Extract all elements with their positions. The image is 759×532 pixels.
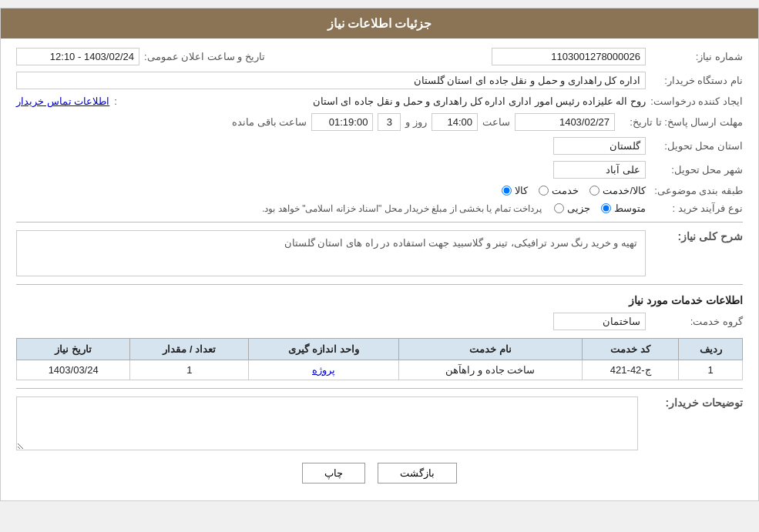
row-ostan: استان محل تحویل: گلستان xyxy=(16,137,743,155)
radio-khedmat[interactable]: خدمت xyxy=(539,185,579,196)
cell-unit[interactable]: پروژه xyxy=(249,360,398,380)
page-header: جزئیات اطلاعات نیاز xyxy=(1,8,758,38)
col-code: کد خدمت xyxy=(583,339,679,360)
sharh-value: تهیه و خرید رنگ سرد ترافیکی، تینر و گلاس… xyxy=(16,230,646,276)
shomara-label: شماره نیاز: xyxy=(650,51,743,62)
ijad-link[interactable]: اطلاعات تماس خریدار xyxy=(16,95,109,107)
radio-jozii-input[interactable] xyxy=(554,203,564,213)
tarikh-label: تاریخ و ساعت اعلان عمومی: xyxy=(144,51,265,62)
ostan-label: استان محل تحویل: xyxy=(650,140,743,152)
radio-kala-khedmat-input[interactable] xyxy=(589,186,599,196)
page-wrapper: جزئیات اطلاعات نیاز شماره نیاز: 11030012… xyxy=(0,8,759,501)
col-unit: واحد اندازه گیری xyxy=(249,339,398,360)
radio-khedmat-input[interactable] xyxy=(539,186,549,196)
row-tabaqe: طبقه بندی موضوعی: کالا/خدمت خدمت کالا xyxy=(16,185,743,196)
tarikh-value: 1403/02/24 - 12:10 xyxy=(16,48,139,65)
page-title: جزئیات اطلاعات نیاز xyxy=(327,17,432,30)
tawsihat-label: توضیحات خریدار: xyxy=(643,396,743,409)
services-table: ردیف کد خدمت نام خدمت واحد اندازه گیری ت… xyxy=(16,338,743,380)
print-button[interactable]: چاپ xyxy=(302,463,365,483)
name-dastgah-label: نام دستگاه خریدار: xyxy=(650,75,743,86)
radio-khedmat-label: خدمت xyxy=(552,185,579,196)
divider-1 xyxy=(16,222,743,223)
row-ijad: ایجاد کننده درخواست: روح اله علیزاده رئی… xyxy=(16,95,743,107)
radio-motavaset-label: متوسط xyxy=(614,202,646,214)
radio-kala[interactable]: کالا xyxy=(502,185,528,196)
radio-kala-khedmat[interactable]: کالا/خدمت xyxy=(589,185,646,196)
radio-kala-khedmat-label: کالا/خدمت xyxy=(603,185,646,196)
mohlet-label: مهلت ارسال پاسخ: تا تاریخ: xyxy=(620,116,743,128)
back-button[interactable]: بازگشت xyxy=(378,463,457,483)
ijad-value: روح اله علیزاده رئیس امور اداری اداره کل… xyxy=(125,95,646,107)
tawsihat-textarea[interactable] xyxy=(16,396,638,450)
divider-3 xyxy=(16,388,743,389)
radio-kala-label: کالا xyxy=(515,185,528,196)
shomara-value: 1103001278000026 xyxy=(492,48,646,65)
radio-kala-input[interactable] xyxy=(502,186,512,196)
buttons-row: بازگشت چاپ xyxy=(16,463,743,483)
goroh-value: ساختمان xyxy=(553,313,646,330)
row-nooe-farayand: نوع فرآیند خرید : متوسط جزیی پرداخت تمام… xyxy=(16,202,743,214)
tabaqe-radio-group: کالا/خدمت خدمت کالا xyxy=(502,185,646,196)
mohlet-saat-value: 14:00 xyxy=(432,113,478,131)
col-date: تاریخ نیاز xyxy=(17,339,130,360)
services-table-section: ردیف کد خدمت نام خدمت واحد اندازه گیری ت… xyxy=(16,338,743,380)
radio-motavaset-input[interactable] xyxy=(601,203,611,213)
ostan-value: گلستان xyxy=(553,137,646,155)
ijad-label: ایجاد کننده درخواست: xyxy=(650,95,743,107)
mohlet-date: 1403/02/27 xyxy=(515,113,615,131)
mohlet-rooz-value: 3 xyxy=(378,113,401,131)
radio-jozii-label: جزیی xyxy=(567,202,590,214)
mohlet-saat-label: ساعت xyxy=(482,116,510,128)
divider-2 xyxy=(16,284,743,285)
name-dastgah-value: اداره کل راهداری و حمل و نقل جاده ای است… xyxy=(16,72,646,89)
cell-date: 1403/03/24 xyxy=(17,360,130,380)
cell-code: ج-42-421 xyxy=(583,360,679,380)
table-row: 1 ج-42-421 ساخت جاده و راهآهن پروژه 1 14… xyxy=(17,360,743,380)
tabaqe-label: طبقه بندی موضوعی: xyxy=(650,185,743,196)
col-count: تعداد / مقدار xyxy=(130,339,249,360)
row-name-dastgah: نام دستگاه خریدار: اداره کل راهداری و حم… xyxy=(16,72,743,89)
nooe-farayand-label: نوع فرآیند خرید : xyxy=(650,202,743,214)
row-mohlet: مهلت ارسال پاسخ: تا تاریخ: 1403/02/27 سا… xyxy=(16,113,743,131)
radio-jozii[interactable]: جزیی xyxy=(554,202,590,214)
mohlet-rooz-label: روز و xyxy=(405,116,427,128)
sharh-label: شرح کلی نیاز: xyxy=(650,230,743,243)
mohlet-remaining-value: 01:19:00 xyxy=(311,113,373,131)
shahr-label: شهر محل تحویل: xyxy=(650,164,743,176)
cell-name: ساخت جاده و راهآهن xyxy=(398,360,582,380)
radio-motavaset[interactable]: متوسط xyxy=(601,202,646,214)
content-area: شماره نیاز: 1103001278000026 تاریخ و ساع… xyxy=(1,38,758,500)
row-sharh: شرح کلی نیاز: تهیه و خرید رنگ سرد ترافیک… xyxy=(16,230,743,276)
cell-radif: 1 xyxy=(679,360,743,380)
farayand-note: پرداخت تمام یا بخشی از مبلغ خریدار محل "… xyxy=(262,203,542,214)
col-name: نام خدمت xyxy=(398,339,582,360)
goroh-label: گروه خدمت: xyxy=(650,316,743,327)
mohlet-remaining-label: ساعت باقی مانده xyxy=(232,116,307,128)
cell-count: 1 xyxy=(130,360,249,380)
row-tawsihat: توضیحات خریدار: xyxy=(16,396,743,450)
col-radif: ردیف xyxy=(679,339,743,360)
row-shahr: شهر محل تحویل: علی آباد xyxy=(16,161,743,179)
nooe-farayand-radio-group: متوسط جزیی xyxy=(554,202,646,214)
row-shomara-tarikh: شماره نیاز: 1103001278000026 تاریخ و ساع… xyxy=(16,48,743,65)
khadamat-section-title: اطلاعات خدمات مورد نیاز xyxy=(16,294,743,306)
row-goroh: گروه خدمت: ساختمان xyxy=(16,313,743,330)
shahr-value: علی آباد xyxy=(553,161,646,179)
